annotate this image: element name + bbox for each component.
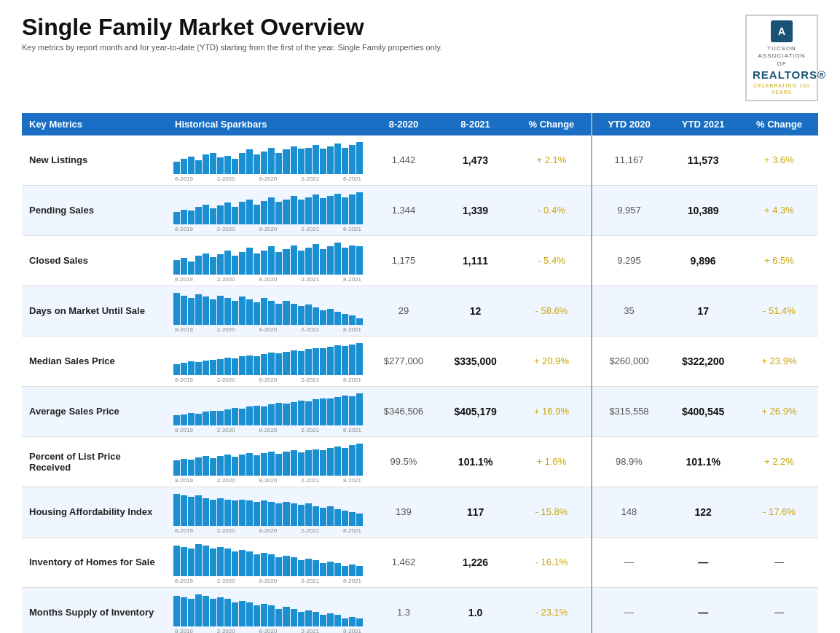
spark-label: 8-2021 <box>343 226 361 232</box>
header-ytd2020: YTD 2020 <box>592 113 667 135</box>
metric-name: Average Sales Price <box>22 386 168 436</box>
page-subtitle: Key metrics by report month and for year… <box>22 43 442 52</box>
table-row: Housing Affordability Index8-20192-20208… <box>22 487 818 537</box>
spark-bar <box>275 202 282 224</box>
spark-bar <box>188 361 195 375</box>
header-ytd2021: YTD 2021 <box>666 113 740 135</box>
val-2021: 1,111 <box>439 235 512 286</box>
spark-bar <box>181 258 187 275</box>
spark-label: 8-2019 <box>175 578 193 584</box>
ytd-2020: 35 <box>592 286 667 336</box>
spark-bar <box>342 314 348 325</box>
sparkbar-cell: 8-20192-20208-20202-20218-2021 <box>168 286 369 336</box>
spark-bar <box>217 296 224 325</box>
spark-label: 8-2020 <box>259 477 278 484</box>
ytd-pct-change: + 6.5% <box>740 235 818 286</box>
spark-bar <box>268 148 275 174</box>
spark-bar <box>305 349 312 375</box>
logo-line2: REALTORS® <box>753 68 811 82</box>
spark-bar <box>261 553 267 576</box>
spark-bar <box>298 452 305 476</box>
spark-bar <box>327 613 334 626</box>
header-metric: Key Metrics <box>22 113 168 135</box>
ytd-2020: 148 <box>592 487 667 537</box>
spark-bar <box>334 615 341 626</box>
spark-bar <box>246 149 253 173</box>
spark-bar <box>305 148 312 174</box>
spark-bar <box>188 413 195 425</box>
spark-bar <box>246 453 253 476</box>
spark-bar <box>283 404 289 425</box>
page-header: Single Family Market Overview Key metric… <box>22 15 818 101</box>
spark-bar <box>254 605 260 626</box>
spark-bar <box>239 252 246 275</box>
spark-bar <box>261 354 267 375</box>
table-row: Months Supply of Inventory8-20192-20208-… <box>22 587 818 633</box>
spark-bar <box>320 450 326 475</box>
spark-bar <box>342 248 348 275</box>
spark-bar <box>349 512 356 526</box>
spark-bar <box>261 251 267 275</box>
spark-bar <box>283 352 289 375</box>
table-row: Percent of List Price Received8-20192-20… <box>22 436 818 487</box>
ytd-pct-change: + 2.2% <box>740 436 818 487</box>
spark-label: 8-2021 <box>343 628 361 633</box>
spark-bar <box>195 414 202 425</box>
ytd-2021: $400,545 <box>666 386 740 436</box>
spark-label: 2-2021 <box>301 326 319 333</box>
spark-bar <box>298 351 305 375</box>
spark-bar <box>268 301 275 325</box>
val-2021: $335,000 <box>439 336 512 386</box>
spark-label: 8-2019 <box>175 226 193 232</box>
spark-bar <box>254 406 260 425</box>
spark-bar <box>320 398 326 425</box>
spark-bar <box>320 249 326 275</box>
sparkbar-cell: 8-20192-20208-20202-20218-2021 <box>168 135 369 186</box>
spark-bar <box>246 500 253 525</box>
spark-bar <box>246 602 253 626</box>
ytd-2020: 9,957 <box>592 185 667 235</box>
spark-bar <box>305 450 312 475</box>
spark-bar <box>188 460 195 476</box>
spark-bar <box>291 609 297 626</box>
spark-bar <box>224 599 231 626</box>
spark-bar <box>173 260 180 275</box>
spark-bar <box>261 298 267 325</box>
spark-bar <box>232 551 238 576</box>
spark-bar <box>356 343 363 375</box>
spark-label: 2-2020 <box>217 427 235 433</box>
spark-bar <box>173 415 180 425</box>
spark-bar <box>291 350 297 375</box>
spark-label: 2-2020 <box>217 276 235 283</box>
spark-bar <box>275 252 282 275</box>
ytd-pct-change: - 51.4% <box>740 286 818 336</box>
header-pct1: % Change <box>512 113 591 135</box>
spark-bar <box>283 249 289 275</box>
metrics-table: Key Metrics Historical Sparkbars 8-2020 … <box>22 113 818 633</box>
spark-bar <box>232 159 238 174</box>
spark-bar <box>327 506 334 526</box>
spark-bar <box>334 447 341 476</box>
spark-bar <box>305 304 312 325</box>
spark-bar <box>349 345 356 375</box>
ytd-pct-change: + 4.3% <box>740 185 818 235</box>
spark-bar <box>195 594 202 626</box>
ytd-2021: — <box>666 537 740 587</box>
spark-bar <box>342 396 348 425</box>
spark-bar <box>217 359 224 375</box>
pct-change: + 1.6% <box>512 436 591 487</box>
ytd-2021: 10,389 <box>666 185 740 235</box>
val-2021: 12 <box>439 286 512 336</box>
val-2021: 117 <box>439 487 512 537</box>
spark-bar <box>181 159 187 174</box>
spark-label: 2-2021 <box>301 527 319 534</box>
ytd-2020: 11,167 <box>592 135 667 186</box>
pct-change: - 23.1% <box>512 587 591 633</box>
spark-bar <box>232 358 238 375</box>
spark-label: 8-2021 <box>343 477 361 484</box>
sparkbar-cell: 8-20192-20208-20202-20218-2021 <box>168 587 369 633</box>
spark-bar <box>181 495 187 526</box>
spark-bar <box>203 546 209 576</box>
spark-bar <box>334 509 341 526</box>
spark-bar <box>181 597 187 626</box>
